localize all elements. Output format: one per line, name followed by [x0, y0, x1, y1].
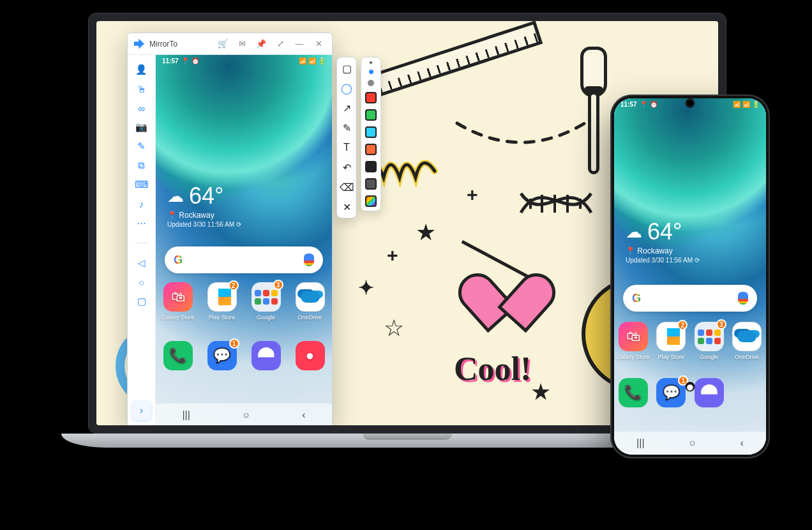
mirrorto-window: MirrorTo 🛒 ✉ 📌 ⤢ — ✕ 👤🖱∞📷✎⧉⌨♪⋯ ◁	[127, 33, 333, 425]
app-folder[interactable]: 3Google	[248, 282, 284, 321]
weather-widget[interactable]: ☁64°📍 RockawayUpdated 3/30 11:56 AM ⟳	[626, 218, 700, 264]
fullscreen-icon[interactable]: ⤢	[273, 37, 287, 51]
doodle-ruler	[372, 21, 543, 97]
app-label: Play Store	[209, 314, 236, 321]
weather-temp: 64°	[647, 218, 682, 245]
app-net[interactable]	[691, 378, 727, 407]
weather-updated: Updated 3/30 11:56 AM ⟳	[626, 257, 700, 264]
app-play[interactable]: 2Play Store	[653, 322, 689, 360]
minimize-icon[interactable]: —	[292, 37, 306, 51]
annotate-color-swatch[interactable]	[365, 144, 377, 155]
nav-recent[interactable]: |||	[636, 437, 644, 449]
cart-icon[interactable]: 🛒	[216, 37, 230, 51]
sidebar-stream-button[interactable]: ∞	[132, 98, 151, 117]
sidebar: 👤🖱∞📷✎⧉⌨♪⋯ ◁○▢ ›	[128, 55, 156, 425]
close-icon[interactable]: ✕	[312, 37, 326, 51]
sidebar-annotate-button[interactable]: ✎	[132, 137, 151, 156]
nav-home[interactable]: ○	[243, 409, 250, 421]
app-onedr[interactable]: OneDrive	[729, 322, 765, 360]
annotate-undo-tool[interactable]: ↶	[340, 160, 354, 174]
mail-icon[interactable]: ✉	[235, 37, 249, 51]
nav-recent[interactable]: |||	[182, 409, 190, 421]
app-galaxy[interactable]: 🛍Galaxy Store	[160, 282, 196, 321]
app-label: OneDrive	[297, 314, 322, 321]
app-msgs[interactable]: 💬1	[204, 341, 240, 370]
doodle-star: ★	[530, 379, 551, 405]
doodle-dash-curve	[454, 117, 588, 149]
annotate-pen-tool[interactable]: ✎	[340, 121, 354, 135]
mic-icon[interactable]	[304, 254, 314, 266]
app-play[interactable]: 2Play Store	[204, 282, 240, 321]
nav-back[interactable]: ‹	[302, 409, 305, 421]
app-dock: 📞💬1●	[156, 341, 332, 370]
sidebar-back-button[interactable]: ◁	[132, 254, 151, 273]
sidebar-record-button[interactable]: ⧉	[132, 156, 151, 175]
sidebar-mouse-button[interactable]: 🖱	[132, 79, 151, 98]
doodle-star: ☆	[384, 315, 404, 342]
doodle-heart	[473, 251, 534, 305]
app-onedr[interactable]: OneDrive	[292, 282, 328, 321]
annotate-text-tool[interactable]: T	[340, 140, 354, 155]
nav-back[interactable]: ‹	[741, 437, 744, 449]
app-label: Google	[257, 314, 275, 321]
doodle-plus: +	[467, 184, 478, 206]
annotate-shape-toolbar: ▢◯↗✎T↶⌫✕	[336, 57, 357, 218]
collapse-button[interactable]: ›	[132, 401, 151, 420]
app-label: Google	[700, 354, 718, 360]
sidebar-screenshot-button[interactable]: 📷	[132, 117, 151, 137]
app-row-1: 🛍Galaxy Store2Play Store3GoogleOneDrive	[156, 282, 332, 321]
annotate-color-swatch[interactable]	[365, 126, 377, 138]
laptop-hinge-notch	[363, 434, 452, 440]
status-time: 11:57	[162, 57, 179, 64]
sidebar-more-button[interactable]: ⋯	[132, 213, 151, 232]
annotate-circle-tool[interactable]: ◯	[340, 81, 354, 95]
weather-location: 📍 Rockaway	[626, 246, 700, 255]
doodle-star: ★	[416, 219, 436, 246]
titlebar: MirrorTo 🛒 ✉ 📌 ⤢ — ✕	[128, 33, 332, 55]
weather-location: 📍 Rockaway	[167, 211, 241, 220]
sidebar-home-button[interactable]: ○	[132, 273, 151, 292]
mic-icon[interactable]	[738, 292, 748, 305]
sidebar-music-button[interactable]: ♪	[132, 194, 151, 213]
app-phone[interactable]: 📞	[160, 341, 196, 370]
android-nav-bar: |||○‹	[156, 404, 332, 425]
weather-updated: Updated 3/30 11:56 AM ⟳	[167, 221, 241, 228]
app-phone[interactable]: 📞	[615, 378, 651, 407]
annotate-exit-tool[interactable]: ✕	[340, 200, 354, 214]
cloud-icon: ☁	[626, 222, 642, 242]
annotate-size-2[interactable]	[368, 80, 374, 86]
annotate-size-0[interactable]	[370, 61, 372, 64]
google-search-bar[interactable]: G	[165, 246, 323, 273]
phone-screen[interactable]: 11:57📍⏰📶📶🔋☁64°📍 RockawayUpdated 3/30 11:…	[614, 98, 766, 455]
pin-icon[interactable]: 📌	[254, 37, 268, 51]
nav-home[interactable]: ○	[689, 437, 696, 449]
app-net[interactable]	[248, 341, 284, 370]
annotate-color-swatch[interactable]	[365, 161, 377, 172]
app-galaxy[interactable]: 🛍Galaxy Store	[615, 322, 651, 360]
app-label: Galaxy Store	[617, 354, 650, 360]
google-search-bar[interactable]: G	[623, 285, 757, 312]
app-msgs[interactable]: 💬1	[653, 378, 689, 407]
annotate-color-swatch[interactable]	[365, 109, 377, 121]
annotate-color-swatch[interactable]	[365, 92, 377, 103]
status-time: 11:57	[620, 101, 637, 108]
annotate-color-swatch[interactable]	[365, 195, 377, 207]
mirrored-phone-view[interactable]: 11:57📍⏰📶📶🔋☁64°📍 RockawayUpdated 3/30 11:…	[156, 55, 332, 425]
doodle-cool-text: Cool!	[454, 350, 531, 388]
sidebar-account-button[interactable]: 👤	[132, 60, 151, 79]
app-folder[interactable]: 3Google	[691, 322, 727, 360]
app-cam[interactable]: ●	[729, 378, 765, 407]
annotate-color-toolbar	[361, 57, 381, 211]
annotate-arrow-tool[interactable]: ↗	[340, 101, 354, 115]
annotate-rect-tool[interactable]: ▢	[340, 61, 354, 75]
annotate-erase-tool[interactable]: ⌫	[340, 180, 354, 194]
app-cam[interactable]: ●	[292, 341, 328, 370]
annotate-size-1[interactable]	[369, 70, 373, 74]
doodle-dna	[518, 187, 594, 238]
weather-widget[interactable]: ☁64°📍 RockawayUpdated 3/30 11:56 AM ⟳	[167, 183, 241, 228]
app-row-1: 🛍Galaxy Store2Play Store3GoogleOneDrive	[614, 322, 766, 360]
physical-phone: 11:57📍⏰📶📶🔋☁64°📍 RockawayUpdated 3/30 11:…	[610, 95, 770, 458]
sidebar-keyboard-button[interactable]: ⌨	[132, 175, 151, 194]
sidebar-recent-button[interactable]: ▢	[132, 292, 151, 311]
annotate-color-swatch[interactable]	[365, 178, 377, 190]
